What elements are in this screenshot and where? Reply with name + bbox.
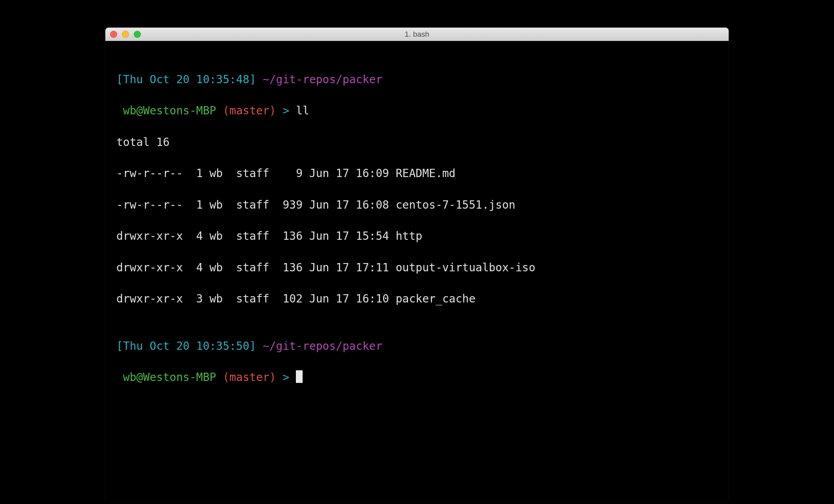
user-host: wb@Westons-MBP bbox=[123, 371, 216, 384]
traffic-lights bbox=[110, 31, 141, 38]
output-total: total 16 bbox=[116, 134, 718, 150]
close-icon[interactable] bbox=[110, 31, 117, 38]
cwd-path: ~/git-repos/packer bbox=[263, 340, 382, 353]
prompt-line-2: wb@Westons-MBP (master) > bbox=[116, 370, 718, 385]
prompt-line-1: [Thu Oct 20 10:35:50] ~/git-repos/packer bbox=[116, 338, 718, 354]
git-branch: (master) bbox=[223, 104, 276, 117]
cursor-icon bbox=[296, 370, 303, 383]
prompt-arrow: > bbox=[282, 104, 289, 117]
cwd-path: ~/git-repos/packer bbox=[263, 73, 382, 86]
list-row: drwxr-xr-x 4 wb staff 136 Jun 17 15:54 h… bbox=[116, 228, 718, 244]
terminal-window: 1. bash [Thu Oct 20 10:35:48] ~/git-repo… bbox=[105, 28, 729, 502]
prompt-arrow: > bbox=[282, 371, 289, 384]
window-title: 1. bash bbox=[105, 30, 729, 39]
terminal-body[interactable]: [Thu Oct 20 10:35:48] ~/git-repos/packer… bbox=[105, 41, 729, 502]
timestamp: [Thu Oct 20 10:35:50] bbox=[116, 340, 256, 353]
prompt-line-2: wb@Westons-MBP (master) > ll bbox=[116, 103, 718, 119]
list-row: -rw-r--r-- 1 wb staff 9 Jun 17 16:09 REA… bbox=[116, 166, 718, 181]
list-row: drwxr-xr-x 4 wb staff 136 Jun 17 17:11 o… bbox=[116, 260, 718, 276]
list-row: drwxr-xr-x 3 wb staff 102 Jun 17 16:10 p… bbox=[116, 291, 718, 307]
maximize-icon[interactable] bbox=[134, 31, 141, 38]
timestamp: [Thu Oct 20 10:35:48] bbox=[116, 73, 256, 86]
prompt-line-1: [Thu Oct 20 10:35:48] ~/git-repos/packer bbox=[116, 72, 718, 88]
user-host: wb@Westons-MBP bbox=[123, 104, 216, 117]
git-branch: (master) bbox=[223, 371, 276, 384]
minimize-icon[interactable] bbox=[122, 31, 129, 38]
command-input: ll bbox=[296, 104, 309, 117]
list-row: -rw-r--r-- 1 wb staff 939 Jun 17 16:08 c… bbox=[116, 197, 718, 213]
titlebar[interactable]: 1. bash bbox=[105, 28, 729, 41]
